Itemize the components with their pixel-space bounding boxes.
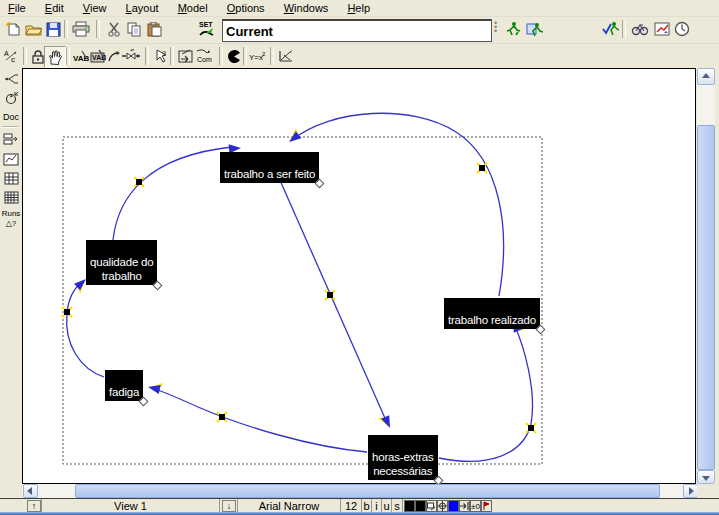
scroll-left-button[interactable]: [23, 484, 38, 498]
link-trabalho-a-ser-feito-to-horas-extras[interactable]: [275, 169, 394, 431]
runs-label: Runs: [2, 209, 21, 218]
shadow-variable-icon[interactable]: ?: [150, 46, 170, 66]
graph-tool-icon[interactable]: [1, 150, 21, 168]
link-fadiga-to-qualidade[interactable]: [62, 276, 104, 377]
text-tool-icon[interactable]: Ac: [2, 46, 22, 66]
svg-text:?: ?: [162, 50, 166, 57]
reality-check-icon[interactable]: [630, 19, 650, 39]
polarity-icon[interactable]: ±0: [470, 500, 481, 512]
vensim-window: File Edit View Layout Model Options Wind…: [0, 0, 719, 515]
run-sensitivity-icon[interactable]: [524, 19, 544, 39]
copy-icon[interactable]: [124, 19, 144, 39]
bold-button[interactable]: b: [362, 499, 372, 512]
arrow-width-icon[interactable]: [459, 500, 470, 512]
reference-mode-icon[interactable]: [276, 46, 296, 66]
analysis-sidebar: Doc Runs △?: [0, 68, 22, 498]
status-bar: ↑ View 1 ↓ Arial Narrow 12 b i u s ±0: [0, 498, 719, 513]
menu-model[interactable]: Model: [170, 0, 216, 15]
sketch-canvas[interactable]: trabalho a ser feito qualidade do trabal…: [22, 68, 696, 484]
output-graph-icon[interactable]: [652, 19, 672, 39]
check-model-icon[interactable]: [600, 19, 620, 39]
open-icon[interactable]: [23, 19, 43, 39]
scrollbar-corner: [697, 484, 715, 498]
strike-button[interactable]: s: [392, 499, 403, 512]
vertical-scroll-thumb[interactable]: [697, 125, 715, 470]
font-name-panel[interactable]: Arial Narrow: [237, 499, 341, 512]
horizontal-scroll-thumb[interactable]: [75, 484, 660, 498]
link-handle[interactable]: [217, 412, 227, 422]
new-icon[interactable]: [3, 19, 23, 39]
menu-view[interactable]: View: [75, 0, 115, 15]
delete-icon[interactable]: [224, 46, 244, 66]
save-icon[interactable]: [43, 19, 63, 39]
node-trabalho-a-ser-feito[interactable]: trabalho a ser feito: [220, 152, 319, 183]
svg-text:SET: SET: [199, 21, 213, 28]
view-up-button[interactable]: ↑: [27, 500, 41, 512]
node-fadiga[interactable]: fadiga: [105, 370, 143, 401]
position-icon[interactable]: [437, 500, 448, 512]
scroll-down-button[interactable]: [697, 470, 715, 484]
svg-text:Y=x: Y=x: [249, 53, 263, 62]
shape-picker-icon[interactable]: [426, 500, 437, 512]
comment-icon[interactable]: Com: [192, 46, 216, 66]
scroll-right-button[interactable]: [683, 484, 698, 498]
uses-tree-icon[interactable]: [1, 89, 21, 107]
print-icon[interactable]: [71, 19, 91, 39]
link-horas-extras-to-trabalho-realizado[interactable]: [439, 317, 536, 461]
node-trabalho-realizado[interactable]: trabalho realizado: [444, 298, 540, 329]
scroll-up-button[interactable]: [697, 68, 715, 85]
hand-move-icon[interactable]: [44, 46, 66, 68]
horizontal-scrollbar[interactable]: [22, 484, 697, 498]
arrow-color-swatch[interactable]: [448, 500, 459, 512]
menu-edit[interactable]: Edit: [37, 0, 72, 15]
text-color-swatch[interactable]: [404, 500, 415, 512]
causes-strip-icon[interactable]: [1, 130, 21, 148]
link-trabalho-realizado-to-trabalho-a-ser-feito[interactable]: [285, 113, 504, 296]
svg-text:c: c: [11, 55, 15, 64]
view-name-panel[interactable]: View 1: [41, 499, 220, 512]
svg-text:A: A: [4, 50, 9, 57]
menu-help[interactable]: Help: [339, 0, 378, 15]
link-handle[interactable]: [134, 177, 144, 187]
node-qualidade-do-trabalho[interactable]: qualidade do trabalho: [86, 240, 157, 285]
box-color-swatch[interactable]: [415, 500, 426, 512]
rate-icon[interactable]: [120, 46, 142, 66]
menu-windows[interactable]: Windows: [276, 0, 337, 15]
menu-file[interactable]: File: [0, 0, 34, 15]
equations-icon[interactable]: Y=x2: [248, 46, 268, 66]
control-panel-icon[interactable]: [672, 19, 692, 39]
runs-symbol: △?: [6, 219, 17, 228]
table-time-icon[interactable]: [1, 188, 21, 206]
table-tool-icon[interactable]: [1, 169, 21, 187]
menu-bar: File Edit View Layout Model Options Wind…: [0, 0, 719, 17]
link-handle[interactable]: [477, 163, 487, 173]
svg-text:Com: Com: [197, 56, 212, 63]
menu-options[interactable]: Options: [219, 0, 273, 15]
node-horas-extras[interactable]: horas-extras necessárias: [368, 435, 438, 480]
sketch-toolbar: Ac VAB VAB ? Com Y=x2: [0, 44, 719, 68]
cut-icon[interactable]: [104, 19, 124, 39]
doc-label: Doc: [3, 112, 19, 122]
underline-button[interactable]: u: [382, 499, 392, 512]
hide-level-icon[interactable]: [481, 500, 492, 512]
set-simulation-icon[interactable]: SET: [195, 19, 219, 39]
menu-layout[interactable]: Layout: [118, 0, 167, 15]
view-down-button[interactable]: ↓: [222, 500, 236, 512]
main-toolbar: SET •••: [0, 17, 719, 44]
link-horas-extras-to-fadiga[interactable]: [147, 380, 367, 452]
document-tool[interactable]: Doc: [1, 108, 21, 126]
paste-icon[interactable]: [144, 19, 164, 39]
sidebar-divider: [2, 126, 18, 128]
svg-text:2: 2: [262, 51, 266, 57]
dataset-name-field[interactable]: [222, 19, 492, 42]
vertical-scrollbar[interactable]: [697, 68, 715, 484]
italic-button[interactable]: i: [372, 499, 382, 512]
causes-tree-icon[interactable]: [1, 70, 21, 88]
font-size-panel[interactable]: 12: [341, 499, 362, 512]
toolbar-grip: •••: [494, 21, 497, 37]
link-handle[interactable]: [325, 290, 335, 300]
runs-compare-icon[interactable]: Runs △?: [1, 207, 21, 229]
run-simulation-icon[interactable]: [503, 19, 523, 39]
